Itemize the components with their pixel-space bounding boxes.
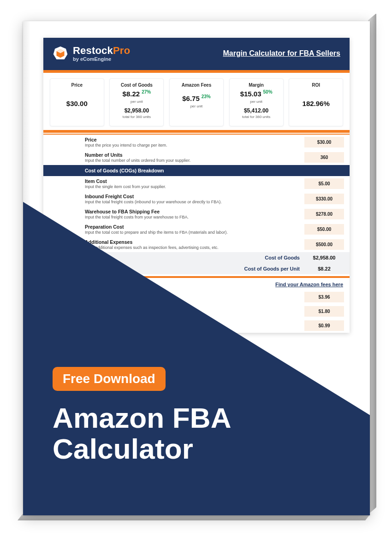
row-title: Item Cost — [85, 178, 301, 184]
cogs-row: Warehouse to FBA Shipping FeeInput the t… — [43, 207, 350, 222]
amazon-fees-link[interactable]: Find your Amazon fees here — [275, 282, 343, 287]
free-download-badge[interactable]: Free Download — [53, 367, 166, 391]
total-value: $2,958.00 — [304, 255, 344, 260]
input-row-units: Number of Units Input the total number o… — [43, 150, 350, 165]
metric-card-cogs: Cost of Goods $8.2227% per unit $2,958.0… — [109, 78, 164, 126]
metric-percent: 23% — [202, 94, 211, 99]
row-desc: Input the price you intend to charge per… — [85, 143, 301, 148]
input-row-price: Price Input the price you intend to char… — [43, 135, 350, 150]
cogs-row: Inbound Freight CostInput the total frei… — [43, 191, 350, 207]
total-value: $8.22 — [304, 266, 344, 271]
brand-name: RestockPro — [73, 45, 130, 56]
brand: RestockPro by eComEngine — [53, 45, 130, 62]
metric-label: Cost of Goods — [113, 83, 160, 88]
row-value[interactable]: $1.80 — [304, 306, 344, 317]
metric-label: Margin — [233, 83, 279, 88]
row-desc: Input the single item cost from your sup… — [85, 184, 301, 189]
metric-value: $8.22 — [123, 90, 140, 98]
metric-label: Price — [54, 83, 100, 88]
row-value[interactable]: 360 — [304, 152, 344, 163]
screenshot-title: Margin Calculator for FBA Sellers — [223, 49, 340, 58]
metric-subtext: per unit — [113, 100, 160, 104]
metrics-row: Price $30.00 Cost of Goods $8.2227% per … — [43, 73, 350, 133]
row-title: Additional Expenses — [85, 239, 301, 245]
metric-total: $5,412.00 — [233, 107, 279, 114]
metric-total: $2,958.00 — [113, 107, 160, 114]
row-desc: Input the total freight costs (inbound t… — [85, 200, 301, 204]
row-title: Price — [85, 137, 301, 142]
cover-title: Amazon FBA Calculator — [53, 403, 232, 465]
row-title: Warehouse to FBA Shipping Fee — [85, 209, 301, 214]
row-title: Preparation Cost — [85, 224, 301, 230]
total-label: Cost of Goods per Unit — [244, 266, 300, 271]
metric-label: Amazon Fees — [173, 83, 220, 88]
cogs-row: Item CostInput the single item cost from… — [43, 176, 350, 191]
row-value[interactable]: $330.00 — [304, 194, 344, 204]
metric-subtext: total for 360 units — [233, 115, 279, 119]
metric-card-price: Price $30.00 — [50, 78, 104, 126]
metric-value: $6.75 — [182, 95, 200, 103]
row-title: Inbound Freight Cost — [85, 194, 301, 199]
cover-title-line2: Calculator — [53, 433, 193, 465]
row-value[interactable]: $278.00 — [304, 209, 344, 219]
metric-card-margin: Margin $15.0350% per unit $5,412.00 tota… — [229, 78, 284, 126]
brand-subtitle: by eComEngine — [73, 56, 130, 62]
metric-value: $30.00 — [54, 100, 100, 107]
metric-subtext: per unit — [233, 100, 279, 104]
metric-card-fees: Amazon Fees $6.7523% per unit — [169, 78, 224, 126]
row-value[interactable]: $5.00 — [304, 178, 344, 189]
row-desc: Input the total number of units ordered … — [85, 158, 301, 163]
cover-title-line1: Amazon FBA — [53, 402, 232, 434]
row-value[interactable]: $30.00 — [304, 137, 344, 148]
row-value[interactable]: $500.00 — [304, 239, 344, 250]
metric-percent: 50% — [263, 89, 273, 94]
metric-value: $15.03 — [240, 90, 261, 98]
row-value[interactable]: $0.99 — [304, 320, 344, 331]
row-value[interactable]: $3.96 — [304, 292, 344, 302]
restockpro-logo-icon — [53, 46, 68, 61]
metric-percent: 27% — [142, 89, 151, 94]
screenshot-header: RestockPro by eComEngine Margin Calculat… — [43, 38, 350, 73]
row-title: Number of Units — [85, 152, 301, 158]
row-value[interactable]: $50.00 — [304, 224, 344, 235]
promo-block: Free Download Amazon FBA Calculator — [53, 367, 232, 465]
brand-name-part2: Pro — [113, 45, 130, 56]
total-label: Cost of Goods — [265, 255, 300, 260]
section-header-cogs: Cost of Goods (COGs) Breakdown — [43, 165, 350, 176]
metric-subtext: per unit — [173, 104, 220, 108]
metric-card-roi: ROI 182.96% — [289, 78, 343, 126]
row-desc: Input the total cost to prepare and ship… — [85, 230, 301, 235]
metric-subtext: total for 360 units — [113, 115, 160, 119]
cogs-row: Preparation CostInput the total cost to … — [43, 222, 350, 237]
ebook-cover: RestockPro by eComEngine Margin Calculat… — [23, 21, 370, 515]
row-desc: Input the total freight costs from your … — [85, 215, 301, 219]
metric-label: ROI — [293, 83, 339, 88]
metric-value: 182.96% — [293, 100, 339, 107]
brand-name-part1: Restock — [73, 45, 113, 56]
row-desc: Input additional expenses such as inspec… — [85, 245, 301, 250]
